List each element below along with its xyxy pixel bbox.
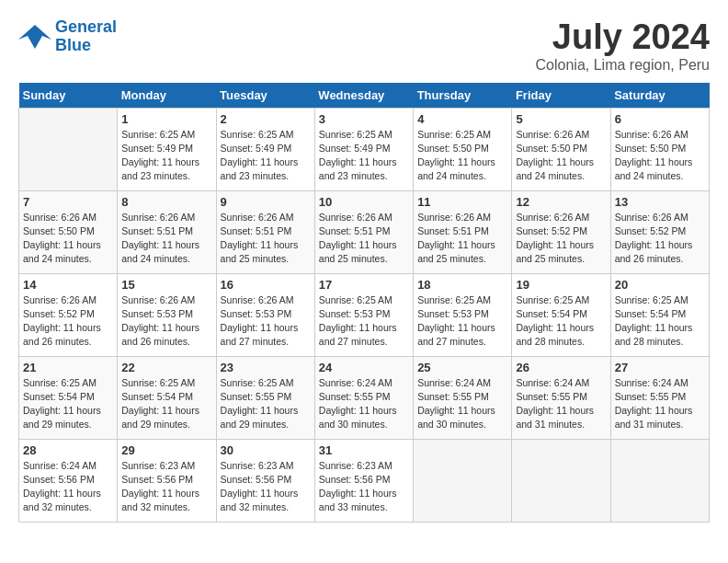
calendar-cell: 22Sunrise: 6:25 AM Sunset: 5:54 PM Dayli… <box>118 356 216 439</box>
day-number: 7 <box>23 195 113 209</box>
day-info: Sunrise: 6:24 AM Sunset: 5:55 PM Dayligh… <box>516 376 606 432</box>
day-info: Sunrise: 6:25 AM Sunset: 5:49 PM Dayligh… <box>221 128 311 184</box>
calendar-week-row: 1Sunrise: 6:25 AM Sunset: 5:49 PM Daylig… <box>19 108 710 190</box>
calendar-cell: 2Sunrise: 6:25 AM Sunset: 5:49 PM Daylig… <box>216 108 314 190</box>
day-info: Sunrise: 6:25 AM Sunset: 5:54 PM Dayligh… <box>23 376 113 432</box>
calendar-table: SundayMondayTuesdayWednesdayThursdayFrid… <box>18 83 710 523</box>
day-number: 23 <box>221 361 311 374</box>
day-info: Sunrise: 6:23 AM Sunset: 5:56 PM Dayligh… <box>319 459 409 515</box>
calendar-header-cell: Friday <box>512 83 610 109</box>
day-number: 24 <box>319 361 409 374</box>
calendar-body: 1Sunrise: 6:25 AM Sunset: 5:49 PM Daylig… <box>19 108 710 522</box>
day-info: Sunrise: 6:26 AM Sunset: 5:50 PM Dayligh… <box>23 211 113 267</box>
day-number: 16 <box>221 278 311 292</box>
calendar-cell: 12Sunrise: 6:26 AM Sunset: 5:52 PM Dayli… <box>512 190 610 273</box>
day-number: 4 <box>417 112 507 126</box>
calendar-cell: 1Sunrise: 6:25 AM Sunset: 5:49 PM Daylig… <box>118 108 216 190</box>
header: General Blue July 2024 Colonia, Lima reg… <box>18 18 710 74</box>
day-info: Sunrise: 6:26 AM Sunset: 5:51 PM Dayligh… <box>319 211 409 267</box>
day-info: Sunrise: 6:26 AM Sunset: 5:52 PM Dayligh… <box>23 293 113 350</box>
day-info: Sunrise: 6:26 AM Sunset: 5:51 PM Dayligh… <box>417 211 507 267</box>
calendar-cell: 10Sunrise: 6:26 AM Sunset: 5:51 PM Dayli… <box>314 190 413 273</box>
calendar-cell: 3Sunrise: 6:25 AM Sunset: 5:49 PM Daylig… <box>314 108 413 190</box>
calendar-cell <box>610 439 709 522</box>
day-info: Sunrise: 6:25 AM Sunset: 5:49 PM Dayligh… <box>319 128 409 184</box>
day-number: 11 <box>417 195 507 209</box>
calendar-header-cell: Sunday <box>19 83 118 109</box>
calendar-cell <box>512 439 610 522</box>
calendar-cell: 9Sunrise: 6:26 AM Sunset: 5:51 PM Daylig… <box>216 190 314 273</box>
day-info: Sunrise: 6:26 AM Sunset: 5:52 PM Dayligh… <box>615 211 705 267</box>
logo-line2: Blue <box>55 36 91 54</box>
svg-marker-0 <box>18 25 51 49</box>
day-number: 29 <box>121 443 211 457</box>
calendar-header-cell: Tuesday <box>216 83 314 109</box>
calendar-cell: 18Sunrise: 6:25 AM Sunset: 5:53 PM Dayli… <box>414 273 512 356</box>
title-area: July 2024 Colonia, Lima region, Peru <box>536 18 710 74</box>
day-info: Sunrise: 6:24 AM Sunset: 5:55 PM Dayligh… <box>615 376 705 432</box>
calendar-cell: 21Sunrise: 6:25 AM Sunset: 5:54 PM Dayli… <box>19 356 118 439</box>
calendar-week-row: 14Sunrise: 6:26 AM Sunset: 5:52 PM Dayli… <box>19 273 710 356</box>
calendar-cell: 16Sunrise: 6:26 AM Sunset: 5:53 PM Dayli… <box>216 273 314 356</box>
day-number: 12 <box>516 195 606 209</box>
calendar-cell: 13Sunrise: 6:26 AM Sunset: 5:52 PM Dayli… <box>610 190 709 273</box>
calendar-cell: 6Sunrise: 6:26 AM Sunset: 5:50 PM Daylig… <box>610 108 709 190</box>
calendar-cell: 30Sunrise: 6:23 AM Sunset: 5:56 PM Dayli… <box>216 439 314 522</box>
day-info: Sunrise: 6:26 AM Sunset: 5:50 PM Dayligh… <box>615 128 705 184</box>
calendar-cell: 11Sunrise: 6:26 AM Sunset: 5:51 PM Dayli… <box>414 190 512 273</box>
day-info: Sunrise: 6:25 AM Sunset: 5:54 PM Dayligh… <box>516 293 606 350</box>
day-number: 28 <box>23 443 113 457</box>
calendar-cell: 23Sunrise: 6:25 AM Sunset: 5:55 PM Dayli… <box>216 356 314 439</box>
day-info: Sunrise: 6:25 AM Sunset: 5:55 PM Dayligh… <box>221 376 311 432</box>
day-number: 20 <box>615 278 705 292</box>
day-info: Sunrise: 6:25 AM Sunset: 5:53 PM Dayligh… <box>417 293 507 350</box>
day-number: 10 <box>319 195 409 209</box>
day-info: Sunrise: 6:25 AM Sunset: 5:54 PM Dayligh… <box>121 376 211 432</box>
calendar-cell: 17Sunrise: 6:25 AM Sunset: 5:53 PM Dayli… <box>314 273 413 356</box>
day-number: 30 <box>221 443 311 457</box>
day-number: 5 <box>516 112 606 126</box>
calendar-cell <box>414 439 512 522</box>
calendar-cell: 27Sunrise: 6:24 AM Sunset: 5:55 PM Dayli… <box>610 356 709 439</box>
calendar-cell: 20Sunrise: 6:25 AM Sunset: 5:54 PM Dayli… <box>610 273 709 356</box>
day-number: 19 <box>516 278 606 292</box>
calendar-header-cell: Thursday <box>414 83 512 109</box>
calendar-cell: 4Sunrise: 6:25 AM Sunset: 5:50 PM Daylig… <box>414 108 512 190</box>
calendar-week-row: 7Sunrise: 6:26 AM Sunset: 5:50 PM Daylig… <box>19 190 710 273</box>
day-info: Sunrise: 6:24 AM Sunset: 5:56 PM Dayligh… <box>23 459 113 515</box>
calendar-cell: 19Sunrise: 6:25 AM Sunset: 5:54 PM Dayli… <box>512 273 610 356</box>
day-info: Sunrise: 6:25 AM Sunset: 5:54 PM Dayligh… <box>615 293 705 350</box>
calendar-cell: 5Sunrise: 6:26 AM Sunset: 5:50 PM Daylig… <box>512 108 610 190</box>
day-number: 22 <box>121 361 211 374</box>
day-info: Sunrise: 6:25 AM Sunset: 5:50 PM Dayligh… <box>417 128 507 184</box>
day-number: 3 <box>319 112 409 126</box>
calendar-cell: 28Sunrise: 6:24 AM Sunset: 5:56 PM Dayli… <box>19 439 118 522</box>
calendar-cell: 29Sunrise: 6:23 AM Sunset: 5:56 PM Dayli… <box>118 439 216 522</box>
day-number: 17 <box>319 278 409 292</box>
calendar-header-cell: Monday <box>118 83 216 109</box>
day-number: 2 <box>221 112 311 126</box>
logo-line1: General <box>55 17 117 36</box>
day-number: 21 <box>23 361 113 374</box>
day-number: 27 <box>615 361 705 374</box>
day-info: Sunrise: 6:25 AM Sunset: 5:53 PM Dayligh… <box>319 293 409 350</box>
calendar-cell: 7Sunrise: 6:26 AM Sunset: 5:50 PM Daylig… <box>19 190 118 273</box>
day-number: 26 <box>516 361 606 374</box>
day-info: Sunrise: 6:26 AM Sunset: 5:51 PM Dayligh… <box>121 211 211 267</box>
calendar-cell: 24Sunrise: 6:24 AM Sunset: 5:55 PM Dayli… <box>314 356 413 439</box>
day-info: Sunrise: 6:23 AM Sunset: 5:56 PM Dayligh… <box>221 459 311 515</box>
day-info: Sunrise: 6:26 AM Sunset: 5:53 PM Dayligh… <box>121 293 211 350</box>
day-info: Sunrise: 6:26 AM Sunset: 5:50 PM Dayligh… <box>516 128 606 184</box>
calendar-header-cell: Saturday <box>610 83 709 109</box>
day-number: 25 <box>417 361 507 374</box>
calendar-week-row: 28Sunrise: 6:24 AM Sunset: 5:56 PM Dayli… <box>19 439 710 522</box>
day-info: Sunrise: 6:26 AM Sunset: 5:53 PM Dayligh… <box>221 293 311 350</box>
calendar-cell: 14Sunrise: 6:26 AM Sunset: 5:52 PM Dayli… <box>19 273 118 356</box>
day-info: Sunrise: 6:24 AM Sunset: 5:55 PM Dayligh… <box>319 376 409 432</box>
calendar-cell <box>19 108 118 190</box>
calendar-header-cell: Wednesday <box>314 83 413 109</box>
day-number: 8 <box>121 195 211 209</box>
day-info: Sunrise: 6:24 AM Sunset: 5:55 PM Dayligh… <box>417 376 507 432</box>
calendar-week-row: 21Sunrise: 6:25 AM Sunset: 5:54 PM Dayli… <box>19 356 710 439</box>
logo-text: General Blue <box>55 18 117 55</box>
